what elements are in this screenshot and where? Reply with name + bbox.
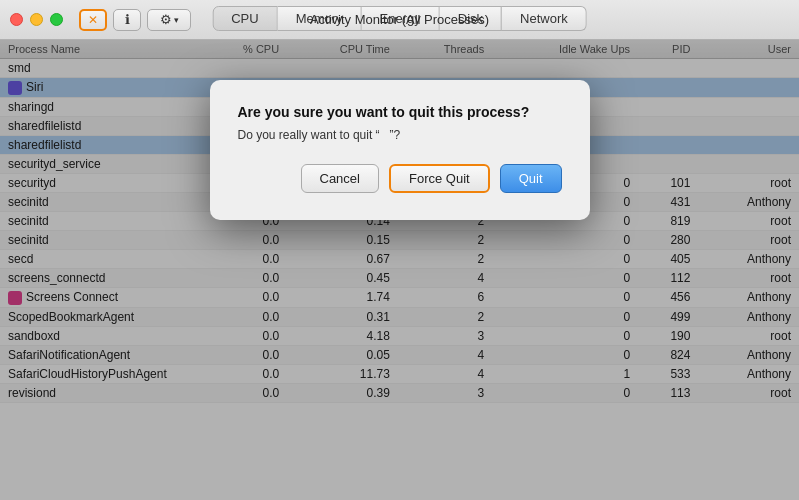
toolbar: ✕ ℹ ⚙ ▾ <box>79 9 191 31</box>
gear-menu-button[interactable]: ⚙ ▾ <box>147 9 191 31</box>
chevron-down-icon: ▾ <box>174 15 179 25</box>
quit-process-dialog: Are you sure you want to quit this proce… <box>210 80 590 220</box>
main-content: Process Name % CPU CPU Time Threads Idle… <box>0 40 799 500</box>
minimize-button[interactable] <box>30 13 43 26</box>
window-title: Activity Monitor (All Processes) <box>310 12 489 27</box>
tab-network[interactable]: Network <box>502 6 587 31</box>
quit-icon: ✕ <box>88 13 98 27</box>
gear-icon: ⚙ <box>160 12 172 27</box>
modal-buttons: Cancel Force Quit Quit <box>238 164 562 193</box>
titlebar: ✕ ℹ ⚙ ▾ CPU Memory Energy Disk Network A… <box>0 0 799 40</box>
modal-title: Are you sure you want to quit this proce… <box>238 104 562 120</box>
tab-cpu[interactable]: CPU <box>212 6 277 31</box>
force-quit-button[interactable]: Force Quit <box>389 164 490 193</box>
quit-process-button[interactable]: ✕ <box>79 9 107 31</box>
info-icon: ℹ <box>125 12 130 27</box>
cancel-button[interactable]: Cancel <box>301 164 379 193</box>
inspect-process-button[interactable]: ℹ <box>113 9 141 31</box>
traffic-lights <box>10 13 63 26</box>
quit-button[interactable]: Quit <box>500 164 562 193</box>
modal-body: Do you really want to quit “ ”? <box>238 128 562 142</box>
maximize-button[interactable] <box>50 13 63 26</box>
close-button[interactable] <box>10 13 23 26</box>
modal-overlay: Are you sure you want to quit this proce… <box>0 40 799 500</box>
